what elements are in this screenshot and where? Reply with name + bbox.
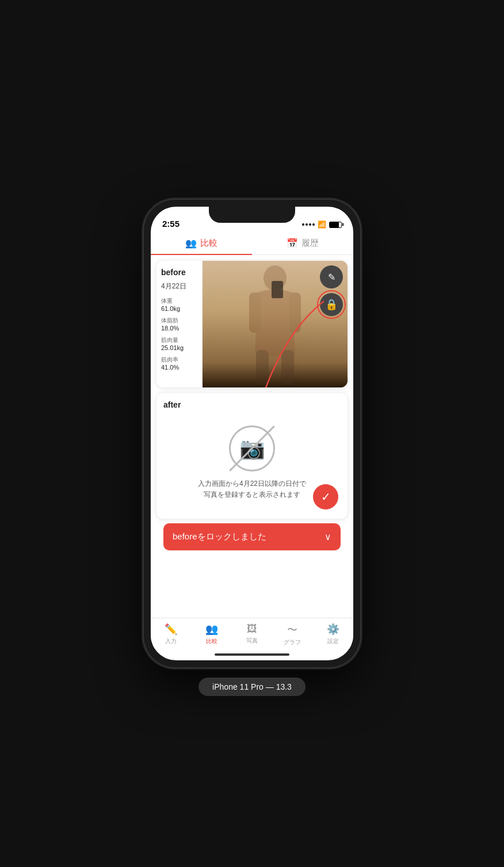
- phone-screen: 2:55 📶 👥 比較 📅 履: [151, 207, 353, 660]
- bottom-tab-settings[interactable]: ⚙️ 設定: [313, 623, 353, 647]
- history-tab-icon: 📅: [287, 238, 298, 249]
- weight-label: 体重: [161, 297, 197, 305]
- before-stats-panel: before 4月22日 体重 61.0kg 体脂肪 18.0% 筋肉量 25: [156, 261, 203, 387]
- bottom-tab-bar: ✏️ 入力 👥 比較 🖼 写真 〜 グラフ ⚙️ 設定: [151, 618, 353, 649]
- input-tab-icon: ✏️: [165, 623, 177, 636]
- muscle-rate-label: 筋肉率: [161, 356, 197, 364]
- before-date: 4月22日: [161, 282, 197, 291]
- home-bar: [215, 653, 289, 656]
- after-label: after: [163, 400, 181, 409]
- graph-tab-label: グラフ: [284, 638, 301, 647]
- status-icons: 📶: [302, 220, 342, 229]
- history-tab-label: 履歴: [301, 238, 319, 249]
- lock-icon: 🔒: [325, 298, 338, 311]
- chevron-down-icon: ∨: [324, 531, 331, 542]
- photos-tab-label: 写真: [246, 637, 258, 645]
- signal-icon: [302, 223, 315, 226]
- photos-tab-icon: 🖼: [247, 623, 257, 635]
- scroll-area: before 4月22日 体重 61.0kg 体脂肪 18.0% 筋肉量 25: [151, 255, 353, 618]
- settings-tab-label: 設定: [327, 637, 339, 645]
- lock-toast[interactable]: beforeをロックしました ∨: [163, 523, 341, 550]
- bottom-tab-compare[interactable]: 👥 比較: [191, 623, 231, 647]
- before-label: before: [161, 268, 197, 277]
- bottom-tab-photos[interactable]: 🖼 写真: [232, 623, 272, 647]
- svg-rect-2: [289, 292, 301, 333]
- compare-tab-label: 比較: [200, 238, 217, 249]
- graph-tab-icon: 〜: [287, 623, 297, 637]
- held-phone: [272, 281, 283, 298]
- input-tab-label: 入力: [165, 637, 177, 645]
- stat-fat: 体脂肪 18.0%: [161, 317, 197, 332]
- before-photo: ✎ 🔒: [203, 261, 348, 387]
- home-indicator: [151, 649, 353, 660]
- no-camera-icon: 📷: [229, 425, 275, 471]
- phone-frame: 2:55 📶 👥 比較 📅 履: [144, 200, 360, 667]
- stat-muscle: 筋肉量 25.01kg: [161, 336, 197, 351]
- svg-rect-3: [256, 350, 269, 385]
- before-card: before 4月22日 体重 61.0kg 体脂肪 18.0% 筋肉量 25: [156, 261, 348, 387]
- weight-value: 61.0kg: [161, 305, 197, 312]
- after-card: after 📷 入力画面から4月22日以降の日付で 写真を登録すると表示されます…: [156, 393, 348, 519]
- muscle-label: 筋肉量: [161, 336, 197, 344]
- muscle-value: 25.01kg: [161, 344, 197, 351]
- settings-tab-icon: ⚙️: [327, 623, 339, 636]
- bottom-tab-graph[interactable]: 〜 グラフ: [272, 623, 312, 647]
- status-time: 2:55: [162, 219, 180, 229]
- battery-icon: [329, 222, 342, 228]
- edit-icon: ✎: [328, 272, 335, 283]
- lock-toast-text: beforeをロックしました: [173, 531, 266, 542]
- toast-wrapper: beforeをロックしました ∨: [151, 523, 353, 556]
- no-photo-message: 入力画面から4月22日以降の日付で 写真を登録すると表示されます: [198, 478, 306, 500]
- photo-action-buttons: ✎ 🔒: [320, 265, 343, 316]
- bottom-tab-input[interactable]: ✏️ 入力: [151, 623, 191, 647]
- top-tab-bar: 👥 比較 📅 履歴: [151, 232, 353, 255]
- fat-label: 体脂肪: [161, 317, 197, 325]
- muscle-rate-value: 41.0%: [161, 364, 197, 371]
- camera-strike: [229, 425, 275, 471]
- wifi-icon: 📶: [318, 220, 326, 229]
- content-area: before 4月22日 体重 61.0kg 体脂肪 18.0% 筋肉量 25: [151, 255, 353, 519]
- svg-rect-4: [281, 350, 294, 385]
- svg-rect-1: [249, 292, 261, 333]
- tab-compare[interactable]: 👥 比較: [151, 232, 252, 254]
- edit-button[interactable]: ✎: [320, 265, 343, 288]
- lock-button[interactable]: 🔒: [320, 293, 343, 316]
- stat-muscle-rate: 筋肉率 41.0%: [161, 356, 197, 371]
- notch: [209, 207, 295, 223]
- tab-history[interactable]: 📅 履歴: [252, 232, 353, 254]
- compare-tab-icon: 👥: [185, 238, 197, 249]
- check-icon: ✓: [321, 490, 331, 504]
- fat-value: 18.0%: [161, 325, 197, 332]
- compare-bottom-icon: 👥: [205, 623, 218, 636]
- stat-weight: 体重 61.0kg: [161, 297, 197, 312]
- device-label: iPhone 11 Pro — 13.3: [198, 678, 306, 696]
- compare-bottom-label: 比較: [206, 637, 217, 645]
